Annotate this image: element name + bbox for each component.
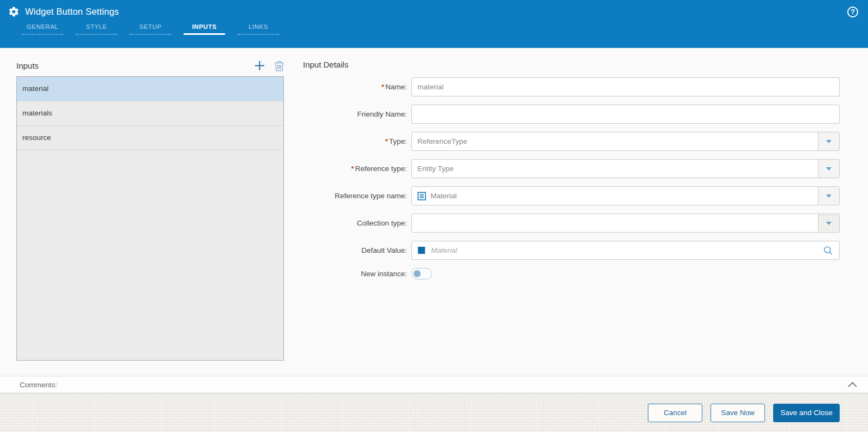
search-icon[interactable] [823,246,833,258]
save-and-close-button[interactable]: Save and Close [773,404,840,422]
cancel-button[interactable]: Cancel [648,404,702,422]
default-value-input[interactable] [430,246,817,255]
tab-inputs[interactable]: INPUTS [184,23,225,35]
title-row: Widget Button Settings ? [0,0,868,17]
required-marker: * [381,83,384,91]
chevron-down-icon [826,194,831,198]
delete-input-icon[interactable] [275,60,284,71]
field-row-default-value: Default Value: [303,241,840,260]
new-instance-label: New instance: [303,270,411,278]
entity-type-icon [417,192,426,200]
default-value-field[interactable] [411,241,840,260]
list-item-materials[interactable]: materials [17,101,283,126]
type-dropdown-button[interactable] [818,132,839,150]
tab-links[interactable]: LINKS [238,23,279,35]
help-icon[interactable]: ? [847,7,858,17]
friendly-name-label: Friendly Name: [303,110,411,118]
reference-type-name-select[interactable]: Material [411,186,840,205]
chevron-up-icon[interactable] [848,382,857,387]
default-value-label: Default Value: [303,246,411,254]
collection-type-label: Collection type: [303,219,411,227]
entity-square-icon [418,247,425,254]
toggle-knob [414,270,421,277]
reference-type-name-dropdown-button[interactable] [818,187,839,205]
field-row-name: *Name: [303,77,840,96]
reference-type-select-value: Entity Type [412,160,818,178]
chevron-down-icon [826,140,831,143]
list-item-material[interactable]: material [17,77,283,101]
type-select[interactable]: ReferenceType [411,132,840,151]
required-marker: * [351,165,354,173]
field-row-collection-type: Collection type: [303,214,840,233]
field-row-new-instance: New instance: [303,268,840,279]
collection-type-select[interactable] [411,214,840,233]
dialog-header: Widget Button Settings ? GENERAL STYLE S… [0,0,868,48]
reference-type-name-value: Material [430,192,457,200]
tab-bar: GENERAL STYLE SETUP INPUTS LINKS [0,23,868,35]
add-input-icon[interactable] [254,60,265,71]
new-instance-toggle[interactable] [411,268,432,279]
input-details-title: Input Details [303,60,840,69]
inputs-list: material materials resource [16,76,284,361]
inputs-panel: Inputs material material [16,60,284,361]
list-item-resource[interactable]: resource [17,126,283,150]
field-row-friendly-name: Friendly Name: [303,105,840,124]
gear-icon [8,6,20,17]
chevron-down-icon [826,222,831,225]
type-label: *Type: [303,137,411,145]
footer-bar: Cancel Save Now Save and Close [0,393,868,432]
dialog-title: Widget Button Settings [25,7,119,17]
reference-type-name-label: Reference type name: [303,192,411,200]
save-now-button[interactable]: Save Now [711,404,765,422]
reference-type-label: *Reference type: [303,165,411,173]
input-details-panel: Input Details *Name: Friendly Name: *Typ… [303,60,840,288]
reference-type-select[interactable]: Entity Type [411,159,840,178]
tab-style[interactable]: STYLE [76,23,117,35]
field-row-reference-type-name: Reference type name: Material [303,186,840,205]
tab-setup[interactable]: SETUP [130,23,171,35]
friendly-name-input[interactable] [411,105,840,124]
comments-label: Comments: [20,381,57,389]
collection-type-dropdown-button[interactable] [818,214,839,232]
required-marker: * [385,137,388,145]
type-select-value: ReferenceType [412,132,818,150]
reference-type-dropdown-button[interactable] [818,160,839,178]
inputs-panel-title: Inputs [16,61,39,70]
field-row-type: *Type: ReferenceType [303,132,840,151]
comments-bar: Comments: [0,376,868,393]
collection-type-select-value [412,214,818,232]
name-label: *Name: [303,83,411,91]
chevron-down-icon [826,167,831,171]
name-input[interactable] [411,77,840,96]
field-row-reference-type: *Reference type: Entity Type [303,159,840,178]
tab-general[interactable]: GENERAL [22,23,63,35]
